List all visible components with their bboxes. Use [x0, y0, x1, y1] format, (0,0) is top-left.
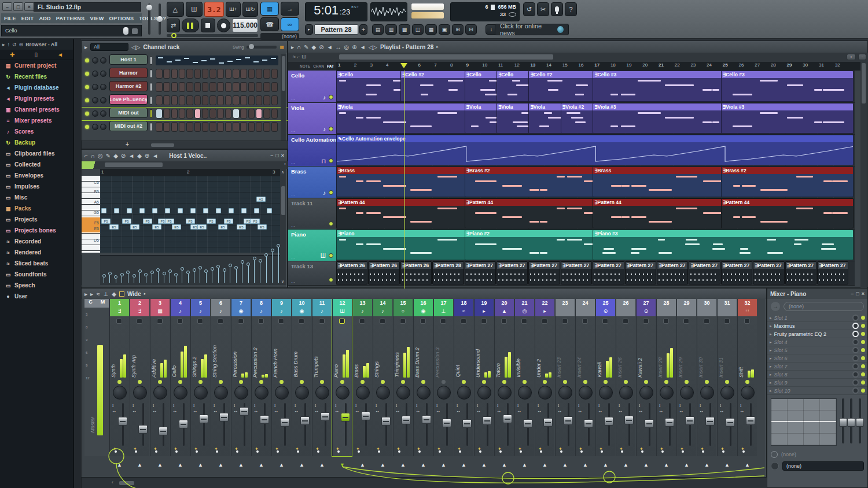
clip-pattern-27[interactable]: ∃Pattern 27	[817, 261, 848, 284]
strip-mute-box[interactable]	[157, 319, 163, 324]
note-g5[interactable]	[203, 208, 208, 213]
slot-mix-knob[interactable]	[852, 355, 859, 361]
velocity-marker[interactable]	[176, 276, 176, 283]
pan-knob[interactable]	[538, 386, 552, 400]
grid-color-icon[interactable]: ▦	[279, 45, 284, 50]
channel-button[interactable]: Harmor	[109, 68, 148, 78]
fader-thumb[interactable]	[564, 416, 573, 425]
mixer-strip-insert-29[interactable]: 29Insert 29↕↔✦▲	[676, 299, 696, 456]
browser-item-sliced-beats[interactable]: ≈Sliced beats	[0, 258, 73, 269]
step-cell[interactable]	[194, 109, 201, 119]
browser-item-packs[interactable]: ▦Packs	[0, 203, 73, 214]
stereo-sep-arrows[interactable]: ↕↔	[274, 403, 278, 413]
playback-icon[interactable]: ◄	[152, 153, 158, 159]
track-header-cello[interactable]: Cello...♪	[288, 71, 336, 103]
clip-cello-2[interactable]: ∃Cello #2	[400, 71, 470, 102]
plugin-delay-icon[interactable]: ⊥	[104, 291, 109, 297]
channel-knob[interactable]	[100, 71, 106, 77]
note-e5[interactable]: E5	[258, 224, 267, 230]
pan-knob[interactable]	[133, 386, 147, 400]
step-cell[interactable]	[248, 95, 255, 105]
fader-thumb[interactable]	[685, 416, 694, 425]
close-button[interactable]: ×	[24, 2, 34, 11]
plugin-icon[interactable]: ⊞	[452, 24, 464, 35]
step-cell[interactable]	[233, 109, 240, 119]
send-arrow[interactable]: ▲	[421, 462, 426, 468]
browser-item-scores[interactable]: ♪Scores	[0, 126, 73, 137]
fader-thumb[interactable]	[402, 416, 411, 424]
note-f5[interactable]: F5	[165, 219, 174, 224]
mixer-strip-undersound[interactable]: 19▸Undersound↕↔✦▲	[474, 299, 494, 456]
fader-track[interactable]	[426, 403, 428, 446]
pattern-add-button[interactable]: +	[359, 24, 367, 35]
browser-tab-plugins[interactable]: ◄	[57, 51, 63, 58]
step-cell[interactable]	[248, 122, 255, 132]
clip-cello-3[interactable]: ∃Cello #3	[721, 71, 854, 102]
strip-led[interactable]	[239, 380, 243, 384]
cut-icon[interactable]: ✂	[537, 2, 549, 16]
send-arrow[interactable]: ▲	[623, 462, 628, 468]
track-mute-led[interactable]	[329, 190, 333, 195]
channel-knob[interactable]	[100, 97, 106, 103]
clip-pattern-27[interactable]: ∃Pattern 27	[753, 261, 784, 284]
step-cell[interactable]	[240, 95, 247, 105]
fader-thumb[interactable]	[604, 417, 613, 426]
send-arrow[interactable]: ▲	[441, 462, 446, 468]
history-icon[interactable]: ↺	[12, 42, 17, 47]
slot-enable-led[interactable]	[861, 316, 865, 320]
fader-thumb[interactable]	[746, 416, 755, 425]
step-cell[interactable]	[179, 122, 186, 132]
mixer-strip-strings-2[interactable]: 5♪Strings 2↕↔✦▲	[190, 299, 210, 456]
channel-enable-led[interactable]	[85, 72, 89, 76]
step-cell[interactable]	[179, 69, 186, 79]
clock-icon[interactable]	[771, 451, 778, 458]
piano-roll-vscrollbar[interactable]: ∧∨	[280, 169, 286, 285]
velocity-marker[interactable]	[158, 271, 159, 283]
note-g5[interactable]	[267, 208, 272, 213]
strip-led[interactable]	[462, 380, 466, 384]
slot-mix-knob[interactable]	[852, 339, 859, 345]
step-cell[interactable]	[163, 69, 170, 79]
stereo-sep-arrows[interactable]: ↕↔	[496, 403, 501, 413]
clip-viola-3[interactable]: ∃Viola #3	[721, 103, 854, 134]
browser-tab-all[interactable]: ✚	[10, 51, 14, 58]
strip-led[interactable]	[401, 380, 405, 384]
tempo-display[interactable]: 115.000	[232, 19, 258, 32]
slot-mix-knob[interactable]	[852, 379, 859, 386]
slot-arrow-icon[interactable]: ▸	[770, 332, 772, 337]
strip-led[interactable]	[624, 380, 628, 384]
brush-icon[interactable]: ◆	[113, 153, 118, 159]
send-arrow[interactable]: ▲	[542, 462, 547, 468]
clip-cello[interactable]: ∃Cello	[336, 71, 406, 102]
mixer-strip-insert-30[interactable]: 30Insert 30↕↔✦▲	[697, 299, 716, 456]
step-cell[interactable]	[233, 95, 240, 105]
channel-enable-led[interactable]	[85, 125, 89, 129]
send-arrow[interactable]: ▲	[664, 462, 669, 468]
note-e5[interactable]: E5	[237, 224, 246, 230]
mute-icon[interactable]: ◄	[128, 153, 134, 159]
velocity-marker[interactable]	[218, 268, 219, 283]
strip-led[interactable]	[219, 380, 223, 384]
velocity-marker[interactable]	[139, 272, 140, 283]
velocity-marker[interactable]	[272, 252, 273, 283]
send-arrow[interactable]: ▲	[299, 462, 304, 468]
browser-item-projects-bones[interactable]: ▭Projects bones	[0, 225, 73, 236]
step-cell[interactable]	[202, 109, 209, 119]
strip-led[interactable]	[421, 380, 425, 384]
note-g5[interactable]	[178, 208, 183, 213]
playback-icon[interactable]: ◄	[360, 44, 366, 50]
clip-pattern-26[interactable]: ∃Pattern 26	[336, 261, 367, 284]
track-lane-cello[interactable]: ∃Cello∃Cello #2∃Cello∃Cello∃Cello #2∃Cel…	[336, 71, 855, 103]
strip-mute-box[interactable]	[177, 319, 183, 324]
fader-track[interactable]	[345, 403, 347, 446]
mixer-hscrollbar[interactable]	[119, 481, 134, 485]
strip-mute-box[interactable]	[380, 319, 385, 324]
stereo-sep-arrows[interactable]: ↕↔	[456, 403, 461, 413]
step-cell[interactable]	[186, 109, 193, 119]
fader-track[interactable]	[325, 403, 326, 446]
menu-item-options[interactable]: OPTIONS	[109, 16, 134, 21]
channel-knob[interactable]	[100, 124, 106, 130]
send-arrow[interactable]: ▲	[745, 462, 750, 468]
fx-slot-fruity-parametric-eq-2[interactable]: ▸Fruity parametric EQ 2	[767, 330, 867, 338]
browser-item-speech[interactable]: ▭Speech	[0, 280, 73, 291]
